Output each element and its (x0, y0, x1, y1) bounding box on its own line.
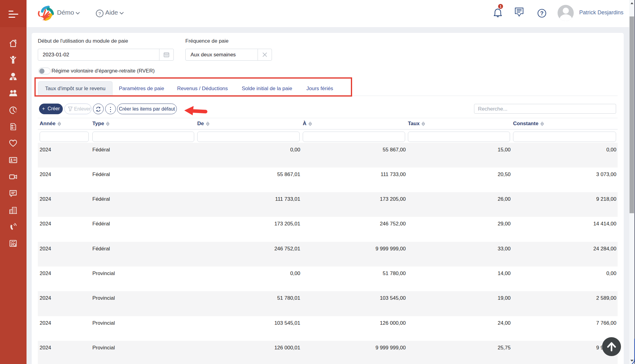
svg-text:?: ? (98, 11, 101, 16)
svg-text:?: ? (540, 10, 544, 16)
